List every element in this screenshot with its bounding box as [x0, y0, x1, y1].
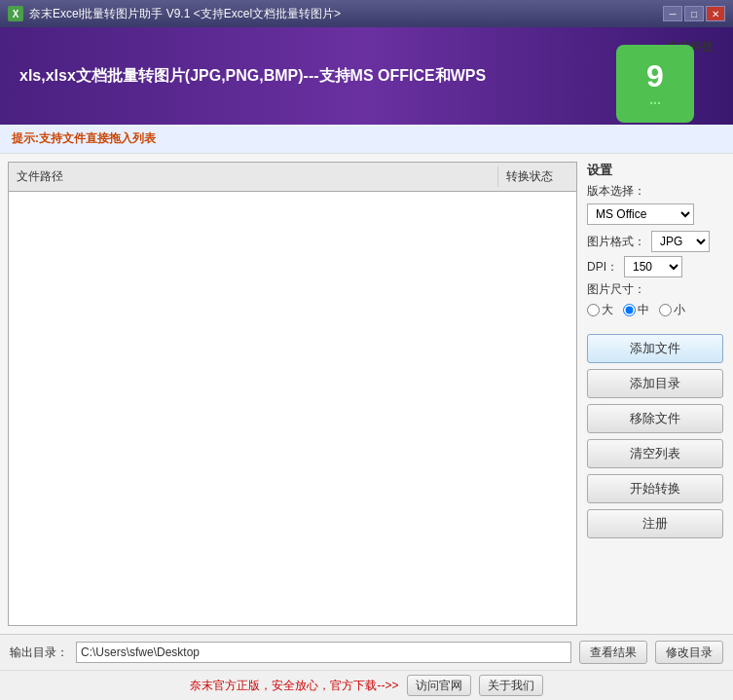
version-select[interactable]: MS Office WPS: [587, 203, 694, 225]
maximize-button[interactable]: □: [684, 6, 704, 21]
output-label: 输出目录：: [10, 645, 68, 661]
col-path-header: 文件路径: [9, 166, 498, 187]
settings-title: 设置: [587, 162, 723, 179]
add-dir-button[interactable]: 添加目录: [587, 369, 723, 398]
file-list-container: 文件路径 转换状态: [8, 162, 577, 626]
minimize-button[interactable]: ─: [663, 6, 682, 21]
window-title: 奈末Excel批量转图片助手 V9.1 <支持Excel文档批量转图片>: [29, 6, 341, 22]
logo-dots: ...: [649, 92, 661, 107]
hint-text: 提示:支持文件直接拖入列表: [12, 131, 156, 145]
size-medium-option[interactable]: 中: [623, 302, 649, 318]
file-list-body[interactable]: [9, 192, 576, 625]
app-icon: X: [8, 6, 23, 21]
title-bar: X 奈末Excel批量转图片助手 V9.1 <支持Excel文档批量转图片> ─…: [0, 0, 733, 27]
image-format-label: 图片格式：: [587, 234, 645, 250]
output-path-input[interactable]: [76, 642, 571, 663]
dpi-label: DPI：: [587, 259, 618, 276]
body-area: 文件路径 转换状态 设置 版本选择： MS Office WPS: [0, 154, 733, 634]
size-small-option[interactable]: 小: [659, 302, 685, 318]
file-list-header: 文件路径 转换状态: [9, 163, 576, 192]
image-size-label: 图片尺寸：: [587, 281, 723, 298]
header: xls,xlsx文档批量转图片(JPG,PNG,BMP)---支持MS OFFI…: [0, 27, 733, 125]
settings-section: 设置 版本选择： MS Office WPS 图片格式： JPG PNG BMP: [587, 162, 723, 318]
logo-number: 9: [646, 60, 664, 92]
company-logo: 9 ...: [616, 45, 694, 123]
visit-website-button[interactable]: 访问官网: [407, 675, 471, 696]
view-result-button[interactable]: 查看结果: [579, 641, 647, 664]
modify-dir-button[interactable]: 修改目录: [655, 641, 723, 664]
right-panel: 设置 版本选择： MS Office WPS 图片格式： JPG PNG BMP: [577, 154, 733, 634]
version-setting: 版本选择： MS Office WPS: [587, 183, 723, 225]
hint-bar: 提示:支持文件直接拖入列表: [0, 125, 733, 154]
header-text: xls,xlsx文档批量转图片(JPG,PNG,BMP)---支持MS OFFI…: [19, 65, 714, 87]
remove-file-button[interactable]: 移除文件: [587, 404, 723, 433]
close-button[interactable]: ✕: [706, 6, 725, 21]
image-format-select[interactable]: JPG PNG BMP: [651, 231, 710, 252]
dpi-setting: DPI： 72 96 150 200 300: [587, 256, 723, 277]
bottom-bar: 输出目录： 查看结果 修改目录: [0, 634, 733, 670]
version-label: 版本选择：: [587, 183, 723, 200]
about-us-button[interactable]: 关于我们: [479, 675, 543, 696]
dpi-select[interactable]: 72 96 150 200 300: [624, 256, 682, 277]
image-format-setting: 图片格式： JPG PNG BMP: [587, 231, 723, 252]
image-size-setting: 图片尺寸： 大 中 小: [587, 281, 723, 318]
start-convert-button[interactable]: 开始转换: [587, 474, 723, 503]
image-size-radios: 大 中 小: [587, 302, 723, 318]
title-bar-controls: ─ □ ✕: [663, 6, 725, 21]
main-content: 提示:支持文件直接拖入列表 文件路径 转换状态 设置 版本选择： MS: [0, 125, 733, 700]
footer: 奈末官方正版，安全放心，官方下载-->> 访问官网 关于我们: [0, 670, 733, 700]
footer-text: 奈末官方正版，安全放心，官方下载-->>: [190, 678, 398, 694]
title-bar-left: X 奈末Excel批量转图片助手 V9.1 <支持Excel文档批量转图片>: [8, 6, 341, 22]
register-button[interactable]: 注册: [587, 509, 723, 538]
clear-list-button[interactable]: 清空列表: [587, 439, 723, 468]
action-buttons: 添加文件 添加目录 移除文件 清空列表 开始转换 注册: [587, 334, 723, 538]
col-status-header: 转换状态: [498, 166, 576, 187]
add-file-button[interactable]: 添加文件: [587, 334, 723, 363]
size-large-option[interactable]: 大: [587, 302, 613, 318]
